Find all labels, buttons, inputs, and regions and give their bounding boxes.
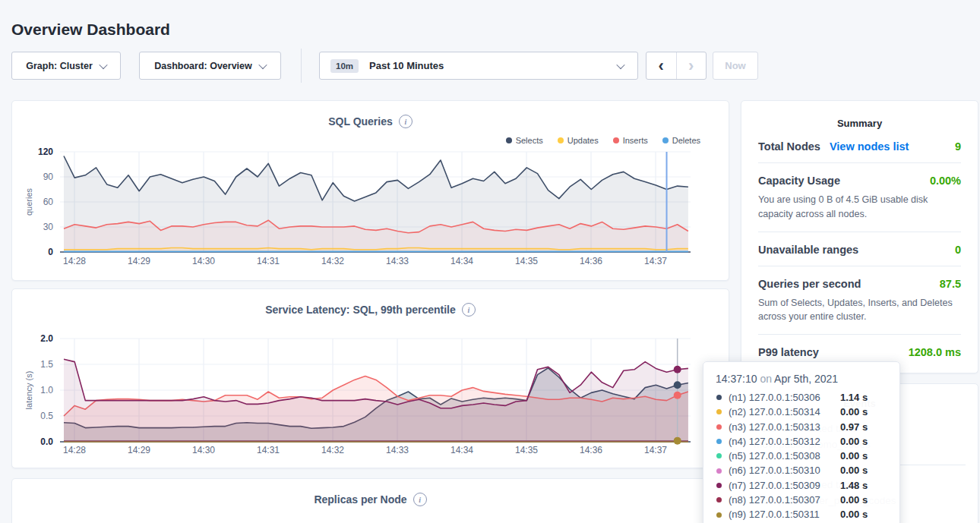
node-color-dot-icon [716,468,722,474]
tooltip-node-row: (n1) 127.0.0.1:503061.14 s [714,390,889,405]
tooltip-node-row: (n4) 127.0.0.1:503120.00 s [714,434,889,449]
tooltip-node-value: 0.97 s [840,420,868,434]
svg-text:60: 60 [43,197,54,207]
tooltip-node-value: 0.00 s [840,463,868,477]
now-button[interactable]: Now [713,52,758,80]
tooltip-node-row: (n7) 127.0.0.1:503091.48 s [714,478,889,493]
next-range-button[interactable]: › [677,52,707,79]
qps-desc: Sum of Selects, Updates, Inserts, and De… [758,296,961,325]
view-nodes-list-link[interactable]: View nodes list [830,140,909,153]
graph-dropdown-label: Graph: Cluster [26,61,93,71]
time-range-label: Past 10 Minutes [369,60,444,71]
p99-latency-label: P99 latency [758,346,819,358]
svg-text:14:28: 14:28 [63,256,86,266]
node-color-dot-icon [716,409,722,414]
tooltip-node-value: 0.00 s [840,493,868,507]
svg-text:14:28: 14:28 [63,445,86,455]
chart-hover-tooltip: 14:37:10 on Apr 5th, 2021 (n1) 127.0.0.1… [703,361,900,523]
node-color-dot-icon [716,453,722,458]
capacity-usage-desc: You are using 0 B of 4.5 GiB usable disk… [758,193,961,222]
total-nodes-label: Total Nodes [758,140,820,153]
svg-text:14:37: 14:37 [644,256,667,266]
tooltip-node-label: (n7) 127.0.0.1:50309 [729,478,840,493]
svg-text:14:36: 14:36 [580,256,602,266]
tooltip-node-value: 0.00 s [840,507,868,521]
tooltip-node-row: (n9) 127.0.0.1:503110.00 s [714,507,889,521]
tooltip-node-value: 0.00 s [840,449,868,463]
time-step-buttons: ‹ › [646,52,707,80]
tooltip-node-value: 1.48 s [840,478,868,493]
tooltip-timestamp: 14:37:10 on Apr 5th, 2021 [716,373,889,385]
svg-text:14:29: 14:29 [128,256,150,266]
svg-text:0.5: 0.5 [40,411,53,421]
tooltip-node-value: 0.00 s [840,434,868,449]
chevron-down-icon [616,60,624,68]
node-color-dot-icon [716,395,722,400]
page-title: Overview Dashboard [11,20,170,39]
svg-text:1.5: 1.5 [40,359,53,370]
svg-text:30: 30 [43,222,54,232]
svg-text:1.0: 1.0 [40,385,53,395]
tooltip-node-value: 0.00 s [840,405,868,419]
tooltip-node-value: 1.14 s [840,390,868,405]
svg-text:90: 90 [43,172,54,182]
tooltip-node-label: (n2) 127.0.0.1:50314 [729,405,840,419]
svg-text:120: 120 [38,147,53,157]
toolbar-divider [301,49,302,83]
qps-value: 87.5 [940,278,961,290]
svg-text:0.0: 0.0 [40,436,53,447]
tooltip-node-row: (n8) 127.0.0.1:503070.00 s [714,493,889,507]
tooltip-node-row: (n3) 127.0.0.1:503130.97 s [714,420,889,434]
tooltip-node-label: (n3) 127.0.0.1:50313 [729,420,840,434]
service-latency-chart[interactable]: 14:2814:2914:3014:3114:3214:3314:3414:35… [12,289,730,469]
service-latency-panel: Service Latency: SQL, 99th percentile i … [11,288,729,468]
node-color-dot-icon [716,497,722,503]
sql-queries-panel: SQL Queries i SelectsUpdatesInsertsDelet… [11,100,729,281]
graph-dropdown[interactable]: Graph: Cluster [11,52,121,80]
dashboard-dropdown[interactable]: Dashboard: Overview [139,52,281,80]
info-icon[interactable]: i [413,493,427,506]
svg-text:2.0: 2.0 [40,333,53,344]
tooltip-node-row: (n5) 127.0.0.1:503080.00 s [714,449,889,463]
sql-queries-chart[interactable]: 14:2814:2914:3014:3114:3214:3314:3414:35… [12,101,730,282]
chevron-down-icon [258,60,267,68]
node-color-dot-icon [716,424,722,430]
svg-text:14:33: 14:33 [386,256,409,266]
node-color-dot-icon [716,483,722,488]
tooltip-node-row: (n6) 127.0.0.1:503100.00 s [714,463,889,477]
svg-text:14:29: 14:29 [128,445,150,455]
tooltip-node-row: (n2) 127.0.0.1:503140.00 s [714,405,889,419]
svg-text:queries: queries [24,187,33,216]
svg-text:14:34: 14:34 [450,445,473,455]
svg-text:14:31: 14:31 [257,256,280,266]
summary-row-total-nodes: Total Nodes View nodes list 9 [758,129,961,163]
summary-title: Summary [758,118,961,129]
tooltip-node-label: (n1) 127.0.0.1:50306 [729,390,840,405]
tooltip-node-label: (n5) 127.0.0.1:50308 [729,449,840,463]
node-color-dot-icon [716,512,722,518]
capacity-usage-label: Capacity Usage [758,175,840,187]
time-range-badge: 10m [330,59,359,73]
tooltip-node-label: (n4) 127.0.0.1:50312 [729,434,840,449]
svg-text:14:31: 14:31 [257,445,280,455]
svg-text:0: 0 [48,247,53,257]
svg-text:14:32: 14:32 [321,445,344,455]
node-color-dot-icon [716,439,722,444]
replicas-per-node-panel: Replicas per Node i [11,478,729,523]
tooltip-node-label: (n9) 127.0.0.1:50311 [729,507,840,521]
p99-latency-value: 1208.0 ms [909,346,961,358]
qps-label: Queries per second [758,278,861,290]
svg-text:14:34: 14:34 [450,256,473,266]
svg-text:14:35: 14:35 [515,256,538,266]
unavailable-ranges-value: 0 [955,244,961,256]
dashboard-dropdown-label: Dashboard: Overview [154,61,252,71]
summary-row-qps: Queries per second 87.5 Sum of Selects, … [758,266,961,336]
unavailable-ranges-label: Unavailable ranges [758,244,858,256]
summary-panel: Summary Total Nodes View nodes list 9 Ca… [741,100,978,373]
svg-text:14:30: 14:30 [192,445,215,455]
tooltip-node-label: (n8) 127.0.0.1:50307 [729,493,840,507]
prev-range-button[interactable]: ‹ [646,52,677,79]
time-range-selector[interactable]: 10m Past 10 Minutes [319,52,638,80]
svg-text:14:33: 14:33 [386,445,409,455]
svg-text:latency (s): latency (s) [24,371,33,410]
